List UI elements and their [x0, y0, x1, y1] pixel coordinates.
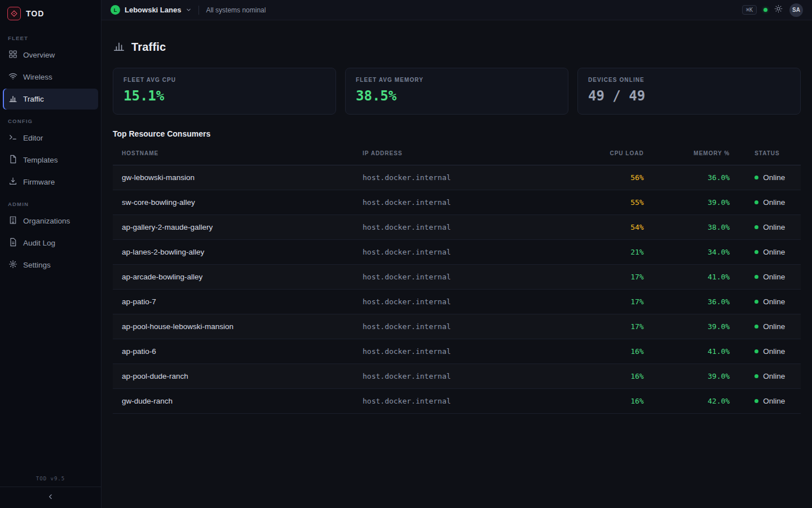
- cell-hostname: ap-arcade-bowling-alley: [113, 265, 354, 290]
- cell-hostname: ap-patio-6: [113, 339, 354, 364]
- sidebar-item-label: Templates: [23, 156, 58, 164]
- audit-doc-icon: [8, 238, 17, 248]
- cell-hostname: ap-pool-dude-ranch: [113, 364, 354, 389]
- cell-ip: host.docker.internal: [354, 339, 577, 364]
- table-row[interactable]: gw-dude-ranch host.docker.internal 16% 4…: [113, 389, 801, 414]
- stat-label: FLEET AVG CPU: [123, 77, 325, 83]
- cell-cpu: 16%: [577, 364, 653, 389]
- online-dot-icon: [754, 325, 758, 329]
- table-row[interactable]: ap-arcade-bowling-alley host.docker.inte…: [113, 265, 801, 290]
- status-label: Online: [763, 223, 785, 231]
- online-dot-icon: [754, 250, 758, 254]
- table-body: gw-lebowski-mansion host.docker.internal…: [113, 165, 801, 414]
- sun-icon: [774, 5, 783, 15]
- table-row[interactable]: ap-pool-dude-ranch host.docker.internal …: [113, 364, 801, 389]
- cell-memory: 39.0%: [653, 364, 739, 389]
- sidebar-collapse-button[interactable]: [0, 487, 101, 508]
- cell-memory: 39.0%: [653, 190, 739, 215]
- stat-value: 38.5%: [356, 88, 558, 104]
- sidebar-item-audit-log[interactable]: Audit Log: [3, 233, 98, 253]
- theme-toggle-button[interactable]: [774, 5, 783, 15]
- table-row[interactable]: sw-core-bowling-alley host.docker.intern…: [113, 190, 801, 215]
- sidebar-item-settings[interactable]: Settings: [3, 255, 98, 275]
- sidebar-section-fleet: FLEET: [0, 27, 101, 44]
- chevron-left-icon: [47, 493, 55, 503]
- sidebar-item-templates[interactable]: Templates: [3, 150, 98, 170]
- cell-cpu: 17%: [577, 290, 653, 314]
- divider: [198, 6, 199, 15]
- online-dot-icon: [754, 176, 758, 179]
- status-label: Online: [763, 322, 785, 331]
- status-label: Online: [763, 297, 785, 306]
- sidebar-item-wireless[interactable]: Wireless: [3, 67, 98, 87]
- sidebar-item-label: Firmware: [23, 178, 55, 186]
- table-row[interactable]: ap-patio-7 host.docker.internal 17% 36.0…: [113, 290, 801, 314]
- cell-memory: 34.0%: [653, 240, 739, 265]
- sidebar-item-overview[interactable]: Overview: [3, 45, 98, 65]
- sidebar-item-label: Overview: [23, 51, 55, 59]
- download-icon: [8, 177, 17, 187]
- stat-card: FLEET AVG CPU 15.1%: [113, 68, 336, 115]
- stat-value: 15.1%: [123, 88, 325, 104]
- cell-cpu: 16%: [577, 389, 653, 414]
- stat-label: FLEET AVG MEMORY: [356, 77, 558, 83]
- building-icon: [8, 216, 17, 226]
- cell-cpu: 17%: [577, 265, 653, 290]
- sidebar-section-admin: ADMIN: [0, 193, 101, 210]
- cell-memory: 42.0%: [653, 389, 739, 414]
- org-avatar: L: [111, 5, 120, 15]
- status-badge: Online: [754, 223, 792, 231]
- grid-icon: [8, 50, 17, 60]
- table-row[interactable]: ap-patio-6 host.docker.internal 16% 41.0…: [113, 339, 801, 364]
- column-header-status: STATUS: [739, 142, 801, 165]
- table-header-row: HOSTNAME IP ADDRESS CPU LOAD MEMORY % ST…: [113, 142, 801, 165]
- app-version: TOD v9.5: [0, 476, 101, 487]
- sidebar-section-config: CONFIG: [0, 110, 101, 127]
- command-palette-shortcut[interactable]: ⌘K: [742, 5, 757, 15]
- sidebar-item-firmware[interactable]: Firmware: [3, 172, 98, 192]
- table-row[interactable]: ap-pool-house-lebowski-mansion host.dock…: [113, 314, 801, 339]
- column-header-memory: MEMORY %: [653, 142, 739, 165]
- online-dot-icon: [754, 374, 758, 378]
- cell-memory: 41.0%: [653, 339, 739, 364]
- status-label: Online: [763, 198, 785, 207]
- sidebar-item-traffic[interactable]: Traffic: [3, 89, 98, 110]
- user-avatar[interactable]: SA: [789, 3, 803, 17]
- bar-chart-icon: [8, 94, 17, 104]
- sidebar-item-organizations[interactable]: Organizations: [3, 211, 98, 231]
- table-row[interactable]: ap-gallery-2-maude-gallery host.docker.i…: [113, 215, 801, 240]
- health-dot: [764, 8, 767, 12]
- cell-hostname: sw-core-bowling-alley: [113, 190, 354, 215]
- status-badge: Online: [754, 347, 792, 356]
- sidebar-item-editor[interactable]: Editor: [3, 128, 98, 148]
- cell-memory: 36.0%: [653, 290, 739, 314]
- column-header-hostname: HOSTNAME: [113, 142, 354, 165]
- org-switcher[interactable]: L Lebowski Lanes: [111, 5, 192, 15]
- main-content: Traffic FLEET AVG CPU 15.1% FLEET AVG ME…: [102, 20, 812, 508]
- page-title-chart-icon: [113, 40, 125, 54]
- chevron-down-icon: [186, 7, 192, 13]
- column-header-cpu: CPU LOAD: [577, 142, 653, 165]
- table-row[interactable]: gw-lebowski-mansion host.docker.internal…: [113, 165, 801, 190]
- cell-hostname: ap-lanes-2-bowling-alley: [113, 240, 354, 265]
- cell-cpu: 17%: [577, 314, 653, 339]
- stat-card: DEVICES ONLINE 49 / 49: [577, 68, 801, 115]
- status-badge: Online: [754, 198, 792, 207]
- status-label: Online: [763, 248, 785, 256]
- cell-memory: 39.0%: [653, 314, 739, 339]
- status-badge: Online: [754, 372, 792, 380]
- status-badge: Online: [754, 322, 792, 331]
- cell-ip: host.docker.internal: [354, 290, 577, 314]
- terminal-icon: [8, 133, 17, 143]
- cell-hostname: gw-lebowski-mansion: [113, 165, 354, 190]
- stats-grid: FLEET AVG CPU 15.1% FLEET AVG MEMORY 38.…: [113, 68, 801, 115]
- status-badge: Online: [754, 248, 792, 256]
- cell-ip: host.docker.internal: [354, 389, 577, 414]
- sidebar-item-label: Wireless: [23, 73, 52, 81]
- cell-ip: host.docker.internal: [354, 215, 577, 240]
- status-badge: Online: [754, 273, 792, 281]
- sidebar-item-label: Settings: [23, 261, 51, 269]
- cell-ip: host.docker.internal: [354, 190, 577, 215]
- wifi-icon: [8, 72, 17, 82]
- table-row[interactable]: ap-lanes-2-bowling-alley host.docker.int…: [113, 240, 801, 265]
